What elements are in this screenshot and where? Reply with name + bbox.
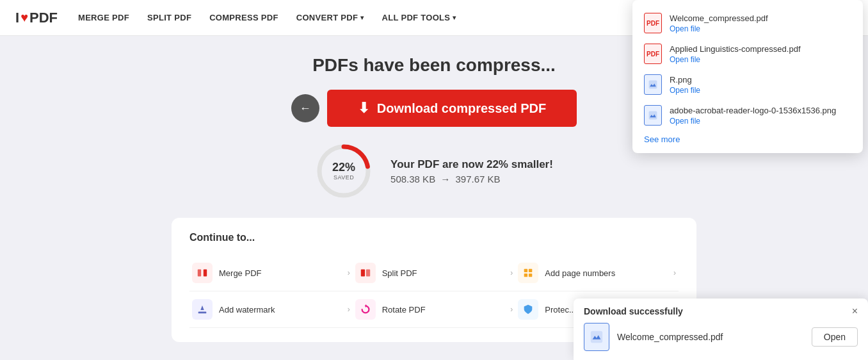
svg-marker-12: [366, 304, 367, 307]
dropdown-file-3[interactable]: adobe-acrobat-reader-logo-0-1536x1536.pn…: [632, 100, 863, 131]
split-icon: [355, 263, 376, 283]
svg-rect-10: [198, 312, 207, 314]
logo-pdf: PDF: [29, 10, 58, 26]
convert-chevron-icon: ▾: [360, 14, 364, 21]
nav-alltools-label: ALL PDF TOOLS: [382, 13, 451, 22]
file-open-link-2[interactable]: Open file: [670, 86, 700, 95]
progress-percent: 22%: [332, 161, 355, 173]
dropdown-file-0[interactable]: PDF Welcome_compressed.pdf Open file: [632, 8, 863, 38]
stats-message: Your PDF are now 22% smaller!: [390, 158, 553, 171]
tool-merge-label: Merge PDF: [219, 268, 341, 278]
toast-header: Download successfully ×: [584, 306, 858, 316]
dropdown-file-2[interactable]: R.png Open file: [632, 69, 863, 100]
tool-item-split[interactable]: Split PDF ›: [353, 255, 516, 291]
progress-text: 22% SAVED: [332, 161, 355, 181]
dropdown-file-1[interactable]: PDF Applied Linguistics-compressed.pdf O…: [632, 38, 863, 69]
svg-marker-11: [200, 306, 204, 310]
file-pdf-icon-1: PDF: [644, 44, 662, 64]
rotate-arrow-icon: ›: [510, 305, 513, 314]
watermark-icon: [192, 299, 213, 320]
file-info-0: Welcome_compressed.pdf Open file: [670, 13, 768, 33]
svg-rect-4: [360, 270, 364, 277]
see-more-link[interactable]: See more: [632, 131, 863, 151]
toast-close-button[interactable]: ×: [852, 306, 858, 316]
toast-file-icon: [584, 323, 609, 351]
dropdown-panel: PDF Welcome_compressed.pdf Open file PDF…: [632, 0, 863, 153]
rotate-icon: [355, 299, 376, 320]
tool-item-rotate[interactable]: Rotate PDF ›: [353, 291, 516, 328]
download-button-label: Download compressed PDF: [377, 101, 547, 116]
download-icon: ⬇: [358, 100, 369, 117]
file-pdf-icon-0: PDF: [644, 13, 662, 33]
progress-ring: 22% SAVED: [315, 142, 373, 200]
file-info-1: Applied Linguistics-compressed.pdf Open …: [670, 44, 801, 64]
file-name-2: R.png: [670, 75, 700, 85]
tool-watermark-label: Add watermark: [219, 305, 341, 315]
file-info-3: adobe-acrobat-reader-logo-0-1536x1536.pn…: [670, 106, 836, 126]
nav-merge[interactable]: MERGE PDF: [78, 13, 129, 22]
svg-rect-9: [529, 274, 532, 277]
page-title: PDFs have been compress...: [312, 55, 556, 76]
progress-saved-label: SAVED: [332, 174, 355, 181]
file-open-link-3[interactable]: Open file: [670, 117, 836, 126]
toast-filename: Welcome_compressed.pdf: [617, 332, 804, 342]
file-open-link-0[interactable]: Open file: [670, 24, 768, 33]
svg-rect-2: [198, 270, 201, 277]
file-png-icon-3: [644, 105, 662, 126]
download-toast: Download successfully × Welcome_compress…: [574, 299, 868, 360]
tool-pagenumbers-label: Add page numbers: [545, 268, 667, 278]
nav-split[interactable]: SPLIT PDF: [147, 13, 191, 22]
file-name-0: Welcome_compressed.pdf: [670, 13, 768, 23]
download-row: ← ⬇ Download compressed PDF: [291, 90, 577, 127]
logo-heart: ♥: [20, 10, 28, 25]
stats-sizes: 508.38 KB → 397.67 KB: [390, 174, 553, 184]
svg-rect-7: [529, 269, 532, 272]
back-button[interactable]: ←: [291, 94, 319, 122]
svg-rect-15: [591, 331, 602, 343]
file-info-2: R.png Open file: [670, 75, 700, 95]
stats-row: 22% SAVED Your PDF are now 22% smaller! …: [315, 142, 553, 200]
split-arrow-icon: ›: [510, 268, 513, 277]
continue-title: Continue to...: [189, 232, 679, 243]
merge-arrow-icon: ›: [348, 268, 350, 277]
stats-text: Your PDF are now 22% smaller! 508.38 KB …: [390, 158, 553, 184]
watermark-arrow-icon: ›: [348, 305, 350, 314]
nav-convert[interactable]: CONVERT PDF ▾: [296, 13, 364, 22]
pagenumbers-arrow-icon: ›: [673, 268, 676, 277]
svg-rect-14: [649, 111, 657, 120]
svg-rect-3: [204, 270, 207, 277]
nav-compress[interactable]: COMPRESS PDF: [209, 13, 278, 22]
svg-rect-6: [524, 269, 527, 272]
toast-body: Welcome_compressed.pdf Open: [584, 323, 858, 351]
tool-item-watermark[interactable]: Add watermark ›: [189, 291, 353, 328]
size-after: 397.67 KB: [455, 174, 500, 184]
tool-rotate-label: Rotate PDF: [382, 305, 504, 315]
tool-item-merge[interactable]: Merge PDF ›: [189, 255, 353, 291]
nav-alltools[interactable]: ALL PDF TOOLS ▾: [382, 13, 456, 22]
size-before: 508.38 KB: [390, 174, 435, 184]
pagenumbers-icon: [518, 263, 538, 283]
toast-title: Download successfully: [584, 306, 683, 316]
svg-rect-5: [366, 270, 370, 277]
toast-open-button[interactable]: Open: [812, 327, 858, 347]
nav-convert-label: CONVERT PDF: [296, 13, 358, 22]
file-name-1: Applied Linguistics-compressed.pdf: [670, 44, 801, 54]
tool-split-label: Split PDF: [382, 268, 504, 278]
tool-item-pagenumbers[interactable]: Add page numbers ›: [515, 255, 679, 291]
protect-icon: [518, 299, 538, 320]
file-open-link-1[interactable]: Open file: [670, 55, 801, 64]
file-name-3: adobe-acrobat-reader-logo-0-1536x1536.pn…: [670, 106, 836, 115]
arrow-icon: →: [440, 174, 450, 184]
svg-rect-13: [649, 81, 657, 89]
logo[interactable]: I♥PDF: [15, 10, 58, 26]
download-button[interactable]: ⬇ Download compressed PDF: [327, 90, 577, 127]
logo-i: I: [15, 10, 19, 26]
merge-icon: [192, 263, 213, 283]
svg-rect-8: [524, 274, 527, 277]
alltools-chevron-icon: ▾: [453, 14, 456, 21]
file-png-icon-2: [644, 74, 662, 95]
